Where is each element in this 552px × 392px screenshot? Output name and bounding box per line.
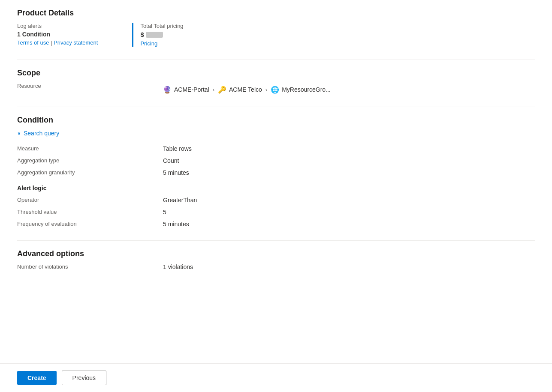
- threshold-label: Threshold value: [17, 209, 163, 215]
- resource-row: 🔮 ACME-Portal › 🔑 ACME Telco › 🌐 MyResou…: [163, 85, 331, 94]
- aggregation-type-label: Aggregation type: [17, 157, 163, 164]
- create-button[interactable]: Create: [17, 371, 57, 385]
- condition-text: 1 Condition: [17, 31, 98, 38]
- chevron-icon-2: ›: [265, 87, 267, 93]
- pricing-link-container: Pricing: [140, 40, 183, 47]
- measure-label: Measure: [17, 145, 163, 152]
- operator-value: GreaterThan: [163, 197, 535, 203]
- condition-fields: Measure Table rows Aggregation type Coun…: [17, 145, 535, 176]
- condition-section: Condition ∨ Search query Measure Table r…: [17, 116, 535, 227]
- violations-label: Number of violations: [17, 263, 163, 270]
- scope-section: Scope Resource 🔮 ACME-Portal › 🔑 ACME Te…: [17, 69, 535, 94]
- footer: Create Previous: [0, 363, 552, 392]
- resource-group-name: MyResourceGro...: [282, 86, 331, 93]
- pipe-separator: |: [51, 39, 52, 46]
- frequency-label: Frequency of evaluation: [17, 221, 163, 227]
- dollar-sign: $: [140, 31, 144, 38]
- aggregation-granularity-label: Aggregation granularity: [17, 169, 163, 176]
- resource-item-2: 🌐 MyResourceGro...: [271, 85, 331, 94]
- resource-item-0: 🔮 ACME-Portal: [163, 85, 209, 94]
- product-row: Log alerts 1 Condition Terms of use | Pr…: [17, 23, 535, 47]
- search-query-label: Search query: [24, 130, 59, 137]
- divider-2: [17, 107, 535, 107]
- advanced-fields: Number of violations 1 violations: [17, 263, 535, 270]
- chevron-down-icon: ∨: [17, 130, 21, 136]
- operator-label: Operator: [17, 197, 163, 203]
- product-details-section: Product Details Log alerts 1 Condition T…: [17, 9, 535, 47]
- pricing-amount: $: [140, 31, 183, 38]
- previous-button[interactable]: Previous: [62, 371, 106, 385]
- condition-title: Condition: [17, 116, 535, 125]
- divider-3: [17, 240, 535, 241]
- frequency-value: 5 minutes: [163, 221, 535, 227]
- threshold-value: 5: [163, 209, 535, 215]
- blurred-price: [146, 32, 163, 38]
- acme-portal-name: ACME-Portal: [174, 86, 209, 93]
- acme-portal-icon: 🔮: [163, 85, 172, 94]
- measure-value: Table rows: [163, 145, 535, 152]
- acme-telco-name: ACME Telco: [229, 86, 262, 93]
- pricing-label: Total Total pricing: [140, 23, 183, 29]
- product-links: Terms of use | Privacy statement: [17, 39, 98, 46]
- resource-item-1: 🔑 ACME Telco: [218, 85, 262, 94]
- log-alerts-label: Log alerts: [17, 23, 98, 29]
- privacy-statement-link[interactable]: Privacy statement: [54, 39, 98, 46]
- acme-telco-icon: 🔑: [218, 85, 226, 94]
- alert-logic-title: Alert logic: [17, 185, 535, 192]
- aggregation-type-value: Count: [163, 157, 535, 164]
- violations-value: 1 violations: [163, 263, 535, 270]
- resource-label: Resource: [17, 83, 163, 89]
- divider-1: [17, 60, 535, 60]
- advanced-options-section: Advanced options Number of violations 1 …: [17, 249, 535, 270]
- chevron-icon-1: ›: [213, 87, 214, 93]
- product-details-title: Product Details: [17, 9, 535, 18]
- pricing-link[interactable]: Pricing: [140, 40, 157, 47]
- scope-title: Scope: [17, 69, 535, 78]
- pricing-col: Total Total pricing $ Pricing: [132, 23, 183, 47]
- terms-of-use-link[interactable]: Terms of use: [17, 39, 49, 46]
- log-alerts-col: Log alerts 1 Condition Terms of use | Pr…: [17, 23, 98, 46]
- resource-group-icon: 🌐: [271, 85, 279, 94]
- aggregation-granularity-value: 5 minutes: [163, 169, 535, 176]
- search-query-toggle[interactable]: ∨ Search query: [17, 130, 535, 137]
- advanced-options-title: Advanced options: [17, 249, 535, 258]
- alert-logic-fields: Operator GreaterThan Threshold value 5 F…: [17, 197, 535, 227]
